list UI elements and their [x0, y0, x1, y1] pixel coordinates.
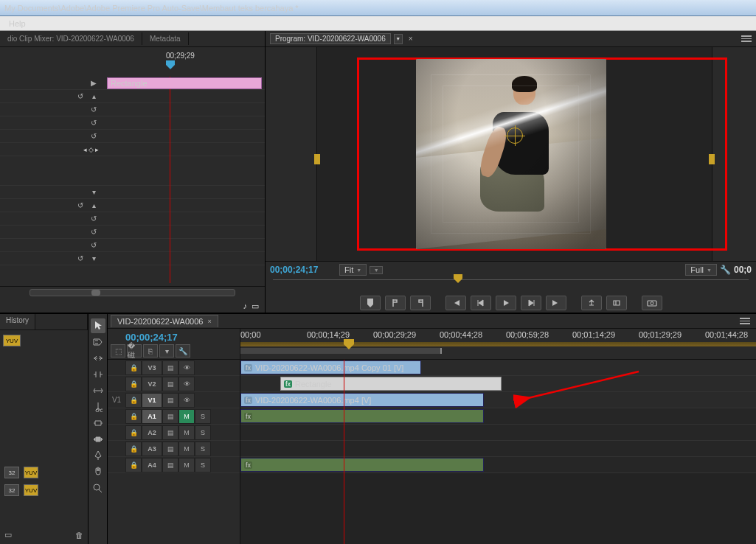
clip-v1[interactable]: fxVID-20200622-WA0006.mp4 [V]: [240, 393, 484, 407]
eye-icon[interactable]: 👁: [178, 377, 195, 391]
reset-icon[interactable]: ↺: [89, 227, 99, 237]
reset-icon[interactable]: ↺: [89, 118, 99, 128]
eye-icon[interactable]: 👁: [178, 393, 195, 408]
new-bin-icon[interactable]: ▭: [4, 530, 12, 540]
track-lane-v3[interactable]: fxVID-20200622-WA0006.mp4 Copy 01 [V]: [240, 360, 756, 376]
slip-tool[interactable]: [91, 416, 105, 430]
panel-menu-icon[interactable]: [741, 35, 752, 42]
razor-tool[interactable]: [91, 400, 105, 414]
chevron-up-icon[interactable]: ▴: [89, 91, 99, 102]
lock-icon[interactable]: 🔒: [125, 409, 142, 424]
chevron-down-icon[interactable]: ▾: [89, 187, 99, 198]
ec-playhead-marker[interactable]: [166, 60, 175, 72]
track-lane-a2[interactable]: [240, 425, 756, 441]
program-mini-timeline[interactable]: [273, 279, 749, 293]
track-lane-a3[interactable]: [240, 441, 756, 457]
go-to-out-button[interactable]: [546, 296, 566, 310]
program-preview-image[interactable]: [416, 59, 606, 249]
ec-clip-rectangle[interactable]: Rectangle: [107, 77, 262, 89]
settings-icon[interactable]: 🔧: [176, 344, 190, 358]
mute-toggle[interactable]: M: [178, 458, 195, 472]
lock-icon[interactable]: 🔒: [125, 393, 142, 408]
track-output-toggle[interactable]: ▤: [162, 393, 178, 408]
panel-menu-icon[interactable]: [734, 318, 756, 324]
reset-icon[interactable]: ↺: [89, 214, 99, 224]
ec-tool-icon[interactable]: ▭: [252, 301, 259, 311]
track-output-toggle[interactable]: ▤: [162, 360, 178, 375]
timeline-ruler[interactable]: 00;00 00;00;14;29 00;00;29;29 00;00;44;2…: [240, 329, 756, 359]
rate-stretch-tool[interactable]: [91, 383, 105, 398]
marker-toggle[interactable]: ▾: [159, 344, 174, 358]
close-icon[interactable]: ×: [207, 318, 211, 325]
track-lane-a1[interactable]: fx: [240, 408, 756, 425]
track-output-toggle[interactable]: ▤: [162, 458, 178, 472]
go-to-in-button[interactable]: [445, 296, 466, 310]
step-back-button[interactable]: [471, 296, 491, 310]
ec-h-scrollbar[interactable]: [0, 287, 265, 299]
keyframe-nav[interactable]: ◂◇▸: [83, 146, 99, 153]
work-area-bar[interactable]: [240, 348, 442, 354]
reset-icon[interactable]: ↺: [89, 105, 99, 115]
track-output-toggle[interactable]: ▤: [162, 442, 178, 456]
nest-toggle[interactable]: ⬚: [111, 344, 125, 358]
track-output-toggle[interactable]: ▤: [162, 377, 178, 391]
track-header-a1[interactable]: 🔒 A1 ▤ M S: [108, 408, 240, 425]
ripple-edit-tool[interactable]: [91, 351, 105, 366]
lock-icon[interactable]: 🔒: [125, 360, 142, 375]
timeline-playhead-marker[interactable]: [344, 339, 354, 352]
lock-icon[interactable]: 🔒: [125, 458, 142, 472]
clip-a1[interactable]: fx: [240, 409, 484, 423]
program-timecode[interactable]: 00;00;24;17: [270, 265, 336, 275]
clip-a4[interactable]: fx: [240, 458, 484, 472]
in-point-marker[interactable]: [314, 154, 320, 164]
track-output-toggle[interactable]: ▤: [162, 409, 178, 424]
track-header-a4[interactable]: 🔒 A4 ▤ M S: [108, 457, 240, 473]
chevron-right-icon[interactable]: ▶: [89, 78, 99, 88]
sequence-tab[interactable]: VID-20200622-WA0006×: [111, 315, 218, 327]
chevron-down-icon[interactable]: ▾: [89, 254, 99, 264]
eye-icon[interactable]: 👁: [178, 360, 195, 375]
tab-history[interactable]: History: [0, 314, 35, 329]
zoom-tool[interactable]: [91, 481, 105, 495]
timeline-playhead-line[interactable]: [344, 360, 344, 544]
reset-icon[interactable]: ↺: [75, 254, 86, 264]
lock-icon[interactable]: 🔒: [125, 377, 142, 391]
menu-bar[interactable]: Help: [0, 16, 756, 31]
track-header-a2[interactable]: 🔒 A2 ▤ M S: [108, 425, 240, 441]
pen-tool[interactable]: [91, 448, 105, 463]
track-lane-v2[interactable]: fxRectangle: [240, 376, 756, 392]
quality-select[interactable]: Full▼: [685, 264, 717, 276]
zoom-extra-select[interactable]: ▼: [370, 266, 383, 274]
slide-tool[interactable]: [91, 432, 105, 447]
add-marker-button[interactable]: [360, 296, 381, 310]
program-label[interactable]: Program: VID-20200622-WA0006: [270, 33, 391, 44]
track-output-toggle[interactable]: ▤: [162, 425, 178, 440]
step-forward-button[interactable]: [521, 296, 541, 310]
program-dropdown[interactable]: ▼: [394, 34, 403, 44]
clip-v2-rectangle[interactable]: fxRectangle: [280, 377, 502, 391]
trash-icon[interactable]: 🗑: [75, 531, 83, 540]
close-icon[interactable]: ×: [406, 34, 416, 44]
ec-tool-icon[interactable]: ♪: [243, 301, 248, 310]
track-select-tool[interactable]: [91, 335, 105, 349]
lift-button[interactable]: [581, 296, 602, 310]
selection-tool[interactable]: [91, 318, 105, 333]
lock-icon[interactable]: 🔒: [125, 442, 142, 456]
tab-metadata[interactable]: Metadata: [142, 32, 189, 45]
snap-toggle[interactable]: �磁: [127, 344, 142, 358]
track-header-v2[interactable]: 🔒 V2 ▤ 👁: [108, 376, 240, 392]
track-lane-a4[interactable]: fx: [240, 457, 756, 473]
track-header-v3[interactable]: 🔒 V3 ▤ 👁: [108, 360, 240, 376]
solo-toggle[interactable]: S: [195, 458, 211, 472]
track-lane-v1[interactable]: fxVID-20200622-WA0006.mp4 [V]: [240, 392, 756, 408]
mark-out-button[interactable]: [410, 296, 431, 310]
reset-icon[interactable]: ↺: [89, 240, 99, 251]
mark-in-button[interactable]: [385, 296, 406, 310]
extract-button[interactable]: [606, 296, 627, 310]
reset-icon[interactable]: ↺: [89, 131, 99, 142]
chevron-up-icon[interactable]: ▴: [89, 200, 99, 211]
clip-v3[interactable]: fxVID-20200622-WA0006.mp4 Copy 01 [V]: [240, 360, 421, 374]
solo-toggle[interactable]: S: [195, 442, 211, 456]
linked-selection-toggle[interactable]: ⎘: [143, 344, 158, 358]
rolling-edit-tool[interactable]: [91, 367, 105, 382]
